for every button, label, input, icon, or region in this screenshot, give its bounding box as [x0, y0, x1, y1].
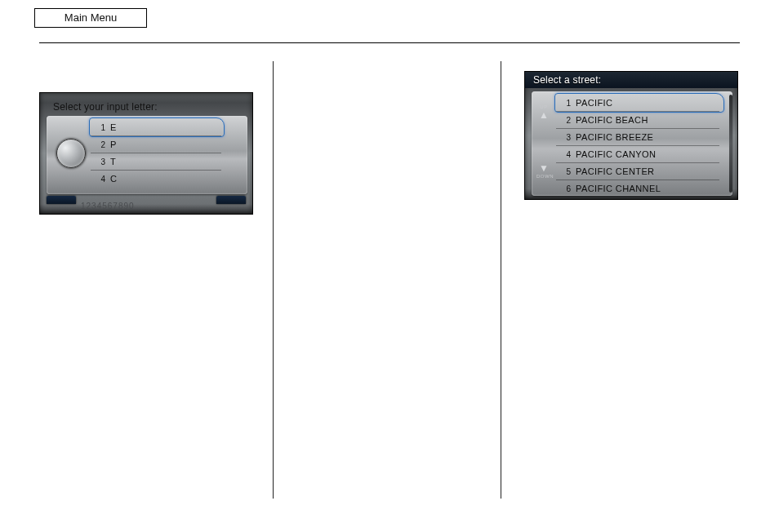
columns: Select your input letter: 1 E 2 P 3 T	[39, 61, 740, 499]
screenshot-select-street: Select a street: UP ▲ ▼ DOWN 1 PACIFIC	[524, 71, 738, 200]
chevron-up-icon: ▲	[536, 110, 551, 121]
list-item-num: 6	[556, 184, 571, 193]
screenshot-input-letter-title: Select your input letter:	[53, 101, 158, 113]
list-item[interactable]: 3 T	[91, 153, 221, 171]
page: Main Menu Select your input letter: 1 E …	[0, 0, 779, 532]
column-left: Select your input letter: 1 E 2 P 3 T	[39, 61, 273, 499]
list-item-num: 2	[556, 116, 571, 125]
list-item[interactable]: 4 PACIFIC CANYON	[556, 146, 719, 163]
list-item-val: P	[110, 140, 117, 149]
street-list: 1 PACIFIC 2 PACIFIC BEACH 3 PACIFIC BREE…	[556, 95, 719, 197]
list-item-val: E	[110, 122, 117, 132]
chevron-down-icon: ▼	[536, 163, 551, 174]
list-item-num: 1	[91, 123, 105, 132]
list-item[interactable]: 1 E	[91, 119, 221, 136]
knob-icon[interactable]	[56, 139, 86, 168]
list-item-num: 4	[556, 150, 571, 159]
list-item-val: C	[110, 174, 117, 184]
screenshot-select-street-title: Select a street:	[533, 74, 601, 86]
list-item-val: PACIFIC BREEZE	[576, 132, 653, 142]
list-item[interactable]: 3 PACIFIC BREEZE	[556, 129, 719, 146]
list-item-num: 1	[556, 99, 571, 108]
dark-tab-right	[216, 196, 246, 204]
list-item-val: T	[110, 157, 116, 166]
scroll-down-label: DOWN	[536, 174, 551, 180]
list-item-val: PACIFIC CHANNEL	[576, 184, 661, 193]
keyboard-hint: 1234567890	[81, 202, 135, 211]
main-menu-label: Main Menu	[65, 11, 117, 24]
column-middle	[273, 61, 501, 499]
list-item[interactable]: 1 PACIFIC	[556, 95, 719, 112]
list-item-val: PACIFIC	[576, 98, 612, 108]
list-item-val: PACIFIC CANYON	[576, 149, 656, 159]
list-item-num: 2	[91, 140, 105, 149]
scrollbar-track[interactable]	[729, 95, 732, 193]
scroll-down-icon[interactable]: ▼ DOWN	[536, 163, 551, 180]
column-right: Select a street: UP ▲ ▼ DOWN 1 PACIFIC	[501, 61, 740, 499]
main-menu-box: Main Menu	[34, 8, 147, 28]
input-letter-list: 1 E 2 P 3 T 4 C	[91, 119, 221, 187]
list-item[interactable]: 2 P	[91, 136, 221, 153]
list-item[interactable]: 4 C	[91, 171, 221, 187]
list-item[interactable]: 6 PACIFIC CHANNEL	[556, 180, 719, 197]
divider-top	[39, 42, 740, 43]
list-item[interactable]: 2 PACIFIC BEACH	[556, 112, 719, 129]
screenshot-input-letter: Select your input letter: 1 E 2 P 3 T	[39, 92, 253, 215]
list-item-val: PACIFIC BEACH	[576, 115, 648, 125]
list-item-val: PACIFIC CENTER	[576, 166, 654, 176]
scroll-up-icon[interactable]: UP ▲	[536, 104, 551, 121]
list-item-num: 3	[91, 157, 105, 166]
list-item-num: 5	[556, 167, 571, 176]
list-item-num: 3	[556, 133, 571, 142]
list-item-num: 4	[91, 175, 105, 184]
dark-tab-left	[47, 196, 76, 204]
list-item[interactable]: 5 PACIFIC CENTER	[556, 163, 719, 180]
